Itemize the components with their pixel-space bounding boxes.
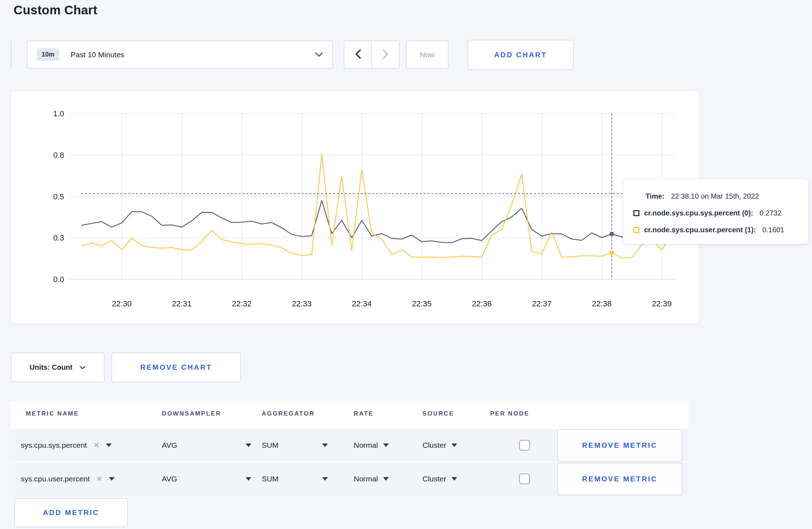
add-chart-button[interactable]: ADD CHART: [468, 40, 574, 70]
downsampler-select[interactable]: AVG: [162, 462, 251, 495]
dropdown-arrow-icon: [322, 443, 328, 447]
chevron-left-icon: [355, 49, 361, 60]
col-header-source: SOURCE: [422, 410, 454, 417]
tooltip-sys-series-value: 0.2732: [760, 209, 782, 217]
source-select[interactable]: Cluster: [422, 462, 457, 495]
col-header-downsampler: DOWNSAMPLER: [162, 410, 221, 417]
tooltip-user-series-label: cr.node.sys.cpu.user.percent (1):: [644, 226, 756, 234]
metrics-table-header: METRIC NAME DOWNSAMPLER AGGREGATOR RATE …: [11, 401, 688, 428]
chart-tooltip: Time: 22:38:10 on Mar 15th, 2022 cr.node…: [623, 179, 808, 244]
y-axis-tick-label: 0.8: [53, 151, 64, 160]
dropdown-arrow-icon: [322, 477, 328, 481]
x-axis-tick-label: 22:31: [172, 299, 192, 308]
user-series-swatch-icon: [633, 227, 639, 233]
x-axis-tick-label: 22:38: [592, 299, 612, 308]
rate-select[interactable]: Normal: [354, 429, 389, 462]
dropdown-arrow-icon: [246, 477, 251, 481]
x-axis-tick-label: 22:36: [472, 299, 492, 308]
downsampler-select[interactable]: AVG: [162, 429, 251, 462]
y-axis-tick-label: 0.3: [53, 233, 64, 242]
table-row-metric-1: sys.cpu.sys.percent ✕ AVG SUM Normal Clu…: [11, 428, 688, 462]
remove-tag-icon[interactable]: ✕: [96, 475, 103, 483]
metric-name-select[interactable]: sys.cpu.user.percent ✕: [21, 462, 115, 495]
dropdown-arrow-icon: [106, 443, 112, 447]
x-axis-tick-label: 22:35: [412, 299, 431, 308]
per-node-cell: [519, 429, 530, 462]
col-header-rate: RATE: [354, 410, 373, 417]
dropdown-arrow-icon: [383, 443, 389, 447]
x-axis-tick-label: 22:37: [532, 299, 552, 308]
prev-time-button[interactable]: [344, 41, 372, 68]
rate-select[interactable]: Normal: [354, 462, 389, 495]
dropdown-arrow-icon: [246, 443, 251, 447]
dropdown-arrow-icon: [383, 477, 389, 481]
per-node-checkbox[interactable]: [519, 440, 530, 451]
remove-metric-button[interactable]: REMOVE METRIC: [557, 463, 682, 495]
tooltip-time-label: Time:: [646, 192, 664, 200]
now-button[interactable]: Now: [406, 40, 449, 69]
metrics-table: METRIC NAME DOWNSAMPLER AGGREGATOR RATE …: [11, 401, 688, 495]
time-range-label: Past 10 Minutes: [71, 50, 315, 59]
time-range-dropdown[interactable]: 10m Past 10 Minutes: [27, 40, 333, 69]
dropdown-arrow-icon: [451, 477, 457, 481]
table-row-metric-2: sys.cpu.user.percent ✕ AVG SUM Normal Cl…: [11, 462, 688, 495]
chart-card: 0.00.30.50.81.022:3022:3122:3222:3322:34…: [11, 91, 699, 324]
page-title: Custom Chart: [14, 3, 97, 17]
x-axis-tick-label: 22:39: [652, 299, 672, 308]
aggregator-select[interactable]: SUM: [262, 462, 328, 495]
series-line: [82, 154, 672, 258]
toolbar-divider: [11, 41, 11, 69]
chevron-right-icon: [383, 49, 388, 60]
col-header-per-node: PER NODE: [490, 410, 530, 417]
next-time-button[interactable]: [372, 41, 399, 68]
units-label: Units: Count: [30, 363, 73, 372]
remove-chart-button[interactable]: REMOVE CHART: [111, 353, 241, 382]
remove-metric-button[interactable]: REMOVE METRIC: [557, 429, 682, 462]
dropdown-arrow-icon: [109, 477, 115, 481]
y-axis-tick-label: 0.5: [53, 192, 64, 201]
col-header-metric-name: METRIC NAME: [26, 410, 79, 417]
x-axis-tick-label: 22:32: [232, 299, 252, 308]
chevron-down-icon: [315, 52, 323, 57]
tooltip-sys-series-label: cr.node.sys.cpu.sys.percent (0):: [644, 209, 753, 217]
chevron-down-icon: [79, 366, 86, 369]
x-axis-tick-label: 22:30: [112, 299, 131, 308]
per-node-cell: [519, 462, 530, 495]
time-nav-group: [344, 40, 400, 69]
col-header-aggregator: AGGREGATOR: [262, 410, 315, 417]
remove-tag-icon[interactable]: ✕: [93, 441, 100, 450]
add-metric-button[interactable]: ADD METRIC: [14, 498, 128, 527]
y-axis-tick-label: 0.0: [53, 275, 64, 284]
y-axis-tick-label: 1.0: [53, 109, 64, 118]
units-dropdown[interactable]: Units: Count: [11, 353, 105, 382]
tooltip-time-value: 22:38:10 on Mar 15th, 2022: [671, 192, 759, 200]
dropdown-arrow-icon: [451, 443, 457, 447]
x-axis-tick-label: 22:34: [352, 299, 372, 308]
tooltip-user-series-value: 0.1601: [762, 226, 784, 234]
per-node-checkbox[interactable]: [519, 474, 530, 484]
cpu-usage-chart[interactable]: 0.00.30.50.81.022:3022:3122:3222:3322:34…: [11, 91, 700, 324]
sys-series-swatch-icon: [633, 210, 639, 216]
time-range-badge: 10m: [37, 48, 59, 61]
metric-name-select[interactable]: sys.cpu.sys.percent ✕: [21, 429, 112, 462]
aggregator-select[interactable]: SUM: [262, 429, 328, 462]
x-axis-tick-label: 22:33: [292, 299, 311, 308]
source-select[interactable]: Cluster: [422, 429, 457, 462]
